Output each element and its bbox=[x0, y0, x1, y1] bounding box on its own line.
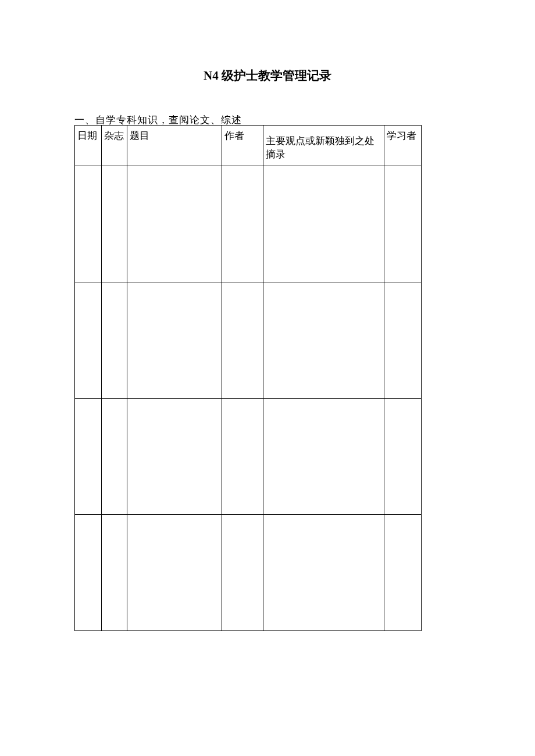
table-row bbox=[75, 515, 422, 631]
cell-title bbox=[127, 515, 222, 631]
table-row bbox=[75, 399, 422, 515]
cell-journal bbox=[102, 166, 127, 282]
cell-learner bbox=[384, 282, 422, 399]
header-date: 日期 bbox=[75, 126, 102, 166]
header-journal: 杂志 bbox=[102, 126, 127, 166]
table-header-row: 日期 杂志 题目 作者 主要观点或新颖独到之处摘录 学习者 bbox=[75, 126, 422, 166]
cell-journal bbox=[102, 282, 127, 399]
cell-summary bbox=[263, 399, 384, 515]
table-row bbox=[75, 166, 422, 282]
cell-author bbox=[222, 282, 263, 399]
header-title: 题目 bbox=[127, 126, 222, 166]
cell-journal bbox=[102, 399, 127, 515]
cell-title bbox=[127, 166, 222, 282]
cell-summary bbox=[263, 282, 384, 399]
cell-journal bbox=[102, 515, 127, 631]
table-row bbox=[75, 282, 422, 399]
cell-author bbox=[222, 166, 263, 282]
cell-learner bbox=[384, 515, 422, 631]
cell-summary bbox=[263, 166, 384, 282]
header-learner: 学习者 bbox=[384, 126, 422, 166]
title-main: 级护士教学管理记录 bbox=[219, 69, 331, 83]
header-summary: 主要观点或新颖独到之处摘录 bbox=[263, 126, 384, 166]
cell-title bbox=[127, 282, 222, 399]
cell-date bbox=[75, 282, 102, 399]
title-prefix: N4 bbox=[204, 69, 219, 83]
cell-learner bbox=[384, 399, 422, 515]
cell-learner bbox=[384, 166, 422, 282]
header-author: 作者 bbox=[222, 126, 263, 166]
cell-title bbox=[127, 399, 222, 515]
cell-date bbox=[75, 166, 102, 282]
cell-summary bbox=[263, 515, 384, 631]
cell-date bbox=[75, 399, 102, 515]
cell-date bbox=[75, 515, 102, 631]
cell-author bbox=[222, 399, 263, 515]
cell-author bbox=[222, 515, 263, 631]
page-title: N4 级护士教学管理记录 bbox=[0, 67, 535, 84]
record-table: 日期 杂志 题目 作者 主要观点或新颖独到之处摘录 学习者 bbox=[74, 125, 422, 631]
